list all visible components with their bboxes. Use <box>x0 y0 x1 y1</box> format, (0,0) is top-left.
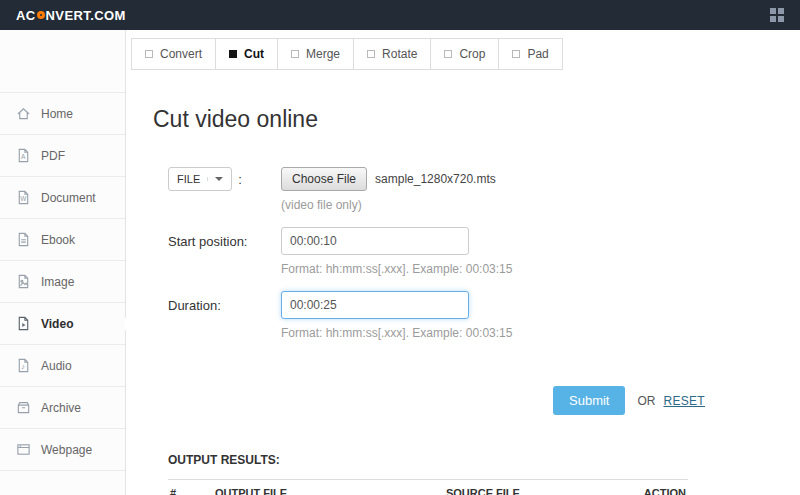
file-separator: : <box>238 172 242 187</box>
site-logo[interactable]: AC NVERT.COM <box>16 8 126 23</box>
tab-label: Merge <box>306 47 340 61</box>
tab-label: Crop <box>459 47 485 61</box>
logo-o-icon <box>37 11 45 19</box>
sidebar: Home A PDF W Document Eb <box>0 30 126 495</box>
chevron-down-icon <box>207 177 223 181</box>
tab-label: Cut <box>244 47 264 61</box>
square-icon <box>512 50 520 58</box>
apps-grid-icon[interactable] <box>770 8 784 22</box>
sidebar-item-webpage[interactable]: Webpage <box>0 429 125 471</box>
image-icon <box>16 274 31 289</box>
sidebar-item-pdf[interactable]: A PDF <box>0 135 125 177</box>
tool-tabs: Convert Cut Merge Rotate Crop Pad <box>132 38 800 70</box>
logo-text-right: NVERT.COM <box>46 8 126 23</box>
file-type-dropdown-label: FILE <box>177 173 200 185</box>
sidebar-item-label: Ebook <box>41 233 75 247</box>
webpage-icon <box>16 442 31 457</box>
sidebar-item-label: Document <box>41 191 96 205</box>
sidebar-item-label: Webpage <box>41 443 92 457</box>
col-output-file: OUTPUT FILE <box>213 480 444 495</box>
duration-label: Duration: <box>168 298 281 313</box>
sidebar-item-label: Video <box>41 317 73 331</box>
sidebar-item-ebook[interactable]: Ebook <box>0 219 125 261</box>
tab-label: Convert <box>160 47 202 61</box>
sidebar-item-label: Audio <box>41 359 72 373</box>
top-bar: AC NVERT.COM <box>0 0 800 30</box>
tab-cut[interactable]: Cut <box>215 38 278 70</box>
sidebar-item-label: PDF <box>41 149 65 163</box>
grid-square <box>770 8 776 14</box>
col-action: ACTION <box>642 480 688 495</box>
selected-filename: sample_1280x720.mts <box>375 172 496 186</box>
logo-text-left: AC <box>16 8 36 23</box>
duration-hint: Format: hh:mm:ss[.xxx]. Example: 00:03:1… <box>281 326 800 340</box>
file-label-col: FILE : <box>168 167 281 191</box>
start-position-row: Start position: <box>168 227 800 255</box>
tab-crop[interactable]: Crop <box>430 38 499 70</box>
cut-video-form: FILE : Choose File sample_1280x720.mts (… <box>168 167 800 415</box>
or-text: OR <box>637 394 655 408</box>
square-icon <box>444 50 452 58</box>
video-icon <box>16 316 31 331</box>
choose-file-button[interactable]: Choose File <box>281 167 367 191</box>
grid-square <box>770 16 776 22</box>
home-icon <box>16 106 31 121</box>
svg-text:A: A <box>21 153 26 160</box>
sidebar-item-home[interactable]: Home <box>0 92 125 135</box>
duration-row: Duration: <box>168 291 800 319</box>
sidebar-item-image[interactable]: Image <box>0 261 125 303</box>
grid-square <box>778 16 784 22</box>
tab-label: Rotate <box>382 47 417 61</box>
output-results-section: OUTPUT RESULTS: # OUTPUT FILE SOURCE FIL… <box>168 453 800 495</box>
sidebar-list: Home A PDF W Document Eb <box>0 92 125 471</box>
pdf-icon: A <box>16 148 31 163</box>
reset-link[interactable]: RESET <box>663 394 705 408</box>
ebook-icon <box>16 232 31 247</box>
tab-merge[interactable]: Merge <box>277 38 354 70</box>
submit-row: Submit OR RESET <box>553 386 800 415</box>
document-icon: W <box>16 190 31 205</box>
output-results-title: OUTPUT RESULTS: <box>168 453 800 467</box>
start-position-input[interactable] <box>281 227 469 255</box>
page-layout: Home A PDF W Document Eb <box>0 30 800 495</box>
square-icon <box>367 50 375 58</box>
sidebar-item-archive[interactable]: Archive <box>0 387 125 429</box>
file-row: FILE : Choose File sample_1280x720.mts <box>168 167 800 191</box>
file-hint: (video file only) <box>281 198 800 212</box>
archive-icon <box>16 400 31 415</box>
sidebar-item-label: Image <box>41 275 74 289</box>
sidebar-item-audio[interactable]: ♪ Audio <box>0 345 125 387</box>
sidebar-item-video[interactable]: Video <box>0 303 125 345</box>
col-number: # <box>168 480 213 495</box>
col-source-file: SOURCE FILE <box>444 480 642 495</box>
sidebar-item-label: Home <box>41 107 73 121</box>
audio-icon: ♪ <box>16 358 31 373</box>
grid-square <box>778 8 784 14</box>
tab-convert[interactable]: Convert <box>131 38 216 70</box>
file-type-dropdown[interactable]: FILE <box>168 167 232 191</box>
square-filled-icon <box>229 50 237 58</box>
page-title: Cut video online <box>153 106 800 133</box>
submit-button[interactable]: Submit <box>553 386 625 415</box>
svg-text:W: W <box>20 195 27 202</box>
output-results-table: # OUTPUT FILE SOURCE FILE ACTION <box>168 479 688 495</box>
tab-pad[interactable]: Pad <box>498 38 562 70</box>
svg-text:♪: ♪ <box>21 362 25 371</box>
sidebar-item-label: Archive <box>41 401 81 415</box>
table-header-row: # OUTPUT FILE SOURCE FILE ACTION <box>168 480 688 495</box>
duration-input[interactable] <box>281 291 469 319</box>
main-content: Convert Cut Merge Rotate Crop Pad <box>126 30 800 495</box>
sidebar-item-document[interactable]: W Document <box>0 177 125 219</box>
start-position-label: Start position: <box>168 234 281 249</box>
square-icon <box>291 50 299 58</box>
tab-label: Pad <box>527 47 548 61</box>
start-position-hint: Format: hh:mm:ss[.xxx]. Example: 00:03:1… <box>281 262 800 276</box>
square-icon <box>145 50 153 58</box>
tab-rotate[interactable]: Rotate <box>353 38 431 70</box>
